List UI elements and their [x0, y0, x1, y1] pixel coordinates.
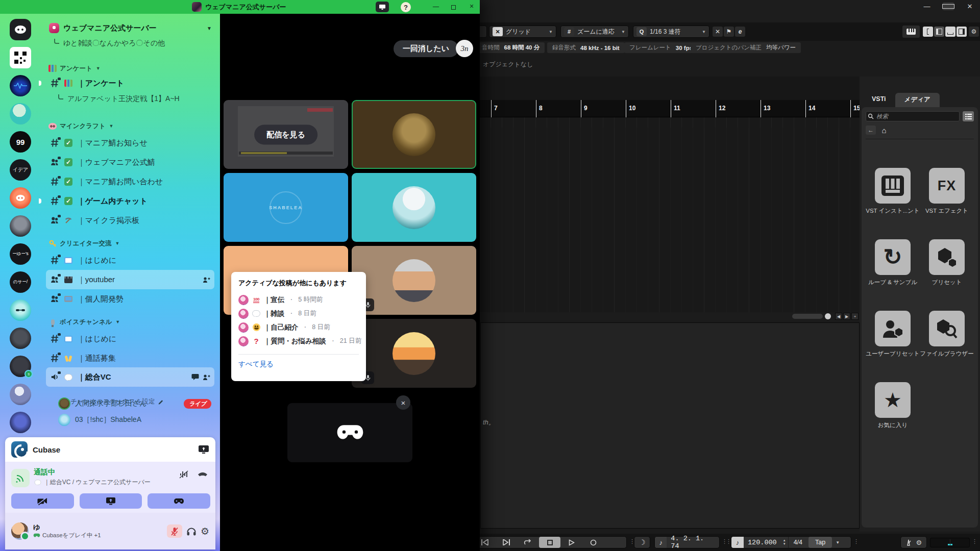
media-search-input[interactable]: [866, 111, 960, 121]
record-button[interactable]: [582, 537, 604, 548]
stream-tile[interactable]: 配信を見る: [224, 100, 348, 169]
server-icon-teal-face[interactable]: [10, 299, 31, 321]
channel-youtuber[interactable]: ｜youtuber: [46, 270, 214, 289]
headphones-icon[interactable]: [186, 527, 197, 536]
qr-code-server-icon[interactable]: [10, 47, 31, 68]
tile-vst-effects[interactable]: FX VST エフェクト: [920, 168, 973, 215]
watch-stream-button[interactable]: 配信を見る: [254, 124, 317, 144]
channel-hajimeni[interactable]: ｜はじめに: [46, 251, 214, 270]
grid-mode-dropdown[interactable]: # ズームに適応 ▼: [560, 26, 629, 38]
layout-left-zone-icon[interactable]: [923, 27, 933, 37]
settings-gear-icon[interactable]: ⚙: [201, 525, 209, 537]
popup-post-row[interactable]: ｜雑談 ・ 8 日前: [238, 307, 359, 320]
activity-tile[interactable]: [287, 403, 412, 462]
avatar[interactable]: [11, 522, 29, 540]
disconnect-phone-icon[interactable]: [197, 470, 208, 478]
tempo-track-icon[interactable]: ♪: [731, 537, 744, 548]
tile-vst-instruments[interactable]: VST インスト...ント: [866, 168, 919, 215]
autoscroll-flag-icon[interactable]: ⚑: [724, 27, 734, 37]
iterative-quantize-icon[interactable]: ✕: [713, 27, 723, 37]
time-signature-value[interactable]: 4/4: [788, 537, 807, 548]
open-chat-icon[interactable]: [191, 373, 199, 381]
discord-home-icon[interactable]: [10, 19, 31, 40]
layout-right-zone-icon[interactable]: [957, 27, 967, 37]
stream-app-icon[interactable]: [198, 445, 209, 454]
close-icon[interactable]: ✕: [964, 3, 976, 10]
thread-row[interactable]: ゆと雑談〇なんかやろ〇その他: [54, 36, 207, 51]
lower-zone[interactable]: th。: [480, 322, 860, 529]
scroll-left-icon[interactable]: ◀: [835, 313, 842, 320]
server-icon-dark[interactable]: [10, 328, 31, 349]
channel-mania-news[interactable]: ✓ ｜マニア鯖お知らせ: [46, 133, 214, 153]
camera-off-button[interactable]: [11, 493, 74, 509]
zoom-plus-icon[interactable]: +: [851, 313, 859, 320]
voice-user-row[interactable]: 03［!shc］ShabeleA: [58, 412, 211, 428]
layout-left-zone-active-icon[interactable]: [934, 27, 944, 37]
server-icon-idea[interactable]: イデア: [10, 159, 31, 181]
channel-voice-hajimeni[interactable]: ｜はじめに: [46, 329, 214, 348]
discord-titlebar[interactable]: ウェブマニア公式サーバー ? — ×: [0, 0, 480, 14]
horizontal-scrollbar[interactable]: ◀ ▶ +: [480, 312, 860, 320]
popup-post-row[interactable]: 100 ｜宣伝 ・ 5 時間前: [238, 293, 359, 307]
see-all-link[interactable]: すべて見る: [238, 354, 359, 369]
chevron-down-icon[interactable]: ▼: [832, 540, 843, 545]
server-icon-navy[interactable]: [10, 412, 31, 433]
create-invite-icon[interactable]: [203, 374, 210, 381]
setup-gear-icon[interactable]: ⚙: [969, 27, 979, 37]
arrange-grid[interactable]: [480, 128, 860, 312]
server-icon-miku[interactable]: [10, 103, 31, 124]
tile-loops-samples[interactable]: ↻ ループ & サンプル: [866, 239, 919, 286]
category-voice[interactable]: ボイスチャンネル ▼: [48, 316, 211, 328]
home-icon[interactable]: ⌂: [879, 126, 889, 135]
screenshare-button[interactable]: [80, 493, 142, 509]
tile-favorites[interactable]: ★ お気に入り: [866, 382, 919, 429]
participant-tile[interactable]: SHABELEA: [224, 173, 348, 242]
channel-call-recruit[interactable]: ｜通話募集: [46, 348, 214, 368]
tempo-value[interactable]: 120.000: [744, 539, 781, 546]
server-icon-anime-blue[interactable]: [10, 384, 31, 405]
category-minecraft[interactable]: マインクラフト ▼: [48, 120, 211, 132]
tempo-spinner[interactable]: ▲▼: [781, 539, 788, 546]
punch-moon-icon[interactable]: ☽: [639, 538, 646, 546]
minimize-icon[interactable]: —: [433, 3, 439, 10]
tile-file-browser[interactable]: ファイルブラウザー: [920, 311, 973, 358]
channel-ingame-chat[interactable]: ✓ ｜ゲーム内チャット: [46, 191, 214, 211]
popup-post-row[interactable]: ｜自己紹介 ・ 8 日前: [238, 320, 359, 334]
hscroll-handle[interactable]: [792, 314, 823, 319]
category-survey[interactable]: アンケート ▼: [48, 62, 211, 74]
channel-indie-dev[interactable]: ｜個人開発勢: [46, 289, 214, 309]
server-icon-waveform[interactable]: [10, 75, 31, 96]
tap-tempo-button[interactable]: Tap: [808, 537, 832, 548]
popup-post-row[interactable]: ? ｜質問・お悩み相談 ・ 21 日前: [238, 334, 359, 348]
microphone-muted-icon[interactable]: [167, 524, 182, 538]
create-invite-icon[interactable]: [203, 277, 210, 283]
tab-vsti[interactable]: VSTi: [863, 93, 895, 107]
activities-button[interactable]: [148, 493, 210, 509]
participant-tile-speaking[interactable]: [352, 100, 476, 169]
grid-type-dropdown[interactable]: ✕ グリッド ▼: [489, 26, 556, 38]
scroll-right-icon[interactable]: ▶: [843, 313, 850, 320]
voice-user-row[interactable]: 人間探求学部杉田さん ライブ: [58, 396, 211, 411]
edit-e-icon[interactable]: e: [735, 27, 745, 37]
cycle-icon[interactable]: [517, 537, 538, 548]
transport-time-value[interactable]: 4. 2. 1. 74: [667, 535, 719, 550]
voice-channel-sogo-vc[interactable]: ｜総合VC: [46, 367, 214, 387]
metronome-setup-gear-icon[interactable]: ⚙: [916, 539, 922, 546]
stream-monitor-icon[interactable]: [376, 2, 389, 12]
channel-official-server[interactable]: ✓ ｜ウェブマニア公式鯖: [46, 153, 214, 172]
close-icon[interactable]: ×: [470, 2, 474, 10]
zoom-knob[interactable]: [825, 313, 831, 319]
channel-survey[interactable]: ｜アンケート: [46, 73, 214, 93]
go-next-icon[interactable]: [496, 537, 517, 548]
call-channel[interactable]: ｜総合VC / ウェブマニア公式サーバー: [34, 478, 151, 487]
server-icon-anime-grey[interactable]: [10, 215, 31, 237]
keyboard-panel-icon[interactable]: [902, 26, 920, 38]
participant-tile[interactable]: [352, 173, 476, 242]
help-icon[interactable]: ?: [401, 2, 411, 12]
server-icon-nosa[interactable]: のサー/: [10, 271, 31, 293]
quantize-dropdown[interactable]: Q 1/16 3 連符 ▼: [633, 26, 709, 38]
server-icon-yus[interactable]: ーゆー's: [10, 243, 31, 265]
drag-dots[interactable]: ⋮: [853, 538, 859, 545]
maximize-icon[interactable]: [451, 4, 456, 11]
tab-media[interactable]: メディア: [895, 93, 940, 107]
